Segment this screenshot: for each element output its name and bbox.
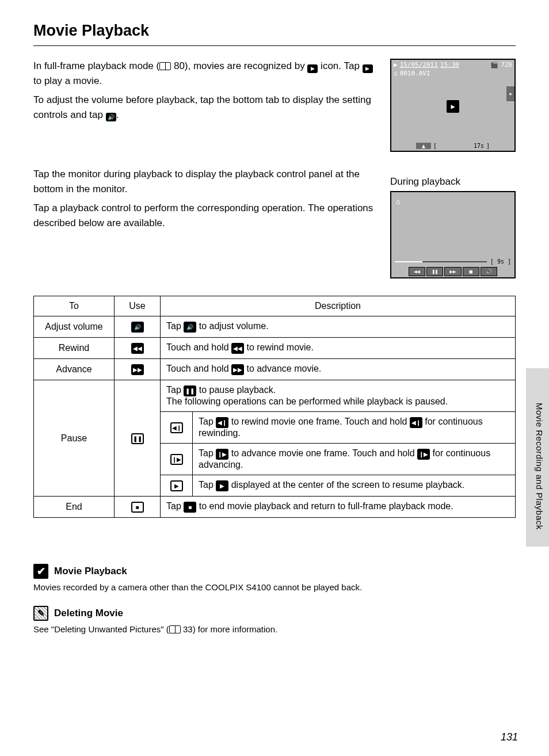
- stop-icon: ■: [131, 502, 144, 513]
- table-row: Adjust volume 🔊 Tap 🔊 to adjust volume.: [34, 316, 516, 338]
- intro-block-2: Tap the monitor during playback to displ…: [33, 167, 516, 278]
- cell-to: Adjust volume: [34, 316, 115, 338]
- stop-icon: ■: [184, 502, 196, 513]
- rewind-btn-icon: ◀◀: [409, 267, 425, 276]
- screen-date: 15/05/2011: [400, 61, 438, 68]
- rewind-icon: ◀◀: [231, 343, 244, 354]
- frame-advance-icon: ❙▶: [170, 454, 183, 465]
- intro-p2b: .: [116, 109, 119, 120]
- intro-text-2: Tap the monitor during playback to displ…: [33, 167, 380, 278]
- advance-icon: ▶▶: [131, 364, 144, 375]
- volume-icon: 🔊: [106, 113, 116, 121]
- notes-section: ✔ Movie Playback Movies recorded by a ca…: [33, 564, 516, 634]
- note-title: Deleting Movie: [54, 608, 123, 619]
- note-heading: ✎ Deleting Movie: [33, 606, 516, 621]
- playback-mode-icon: ▶: [394, 61, 398, 68]
- up-tab-icon: ▲: [416, 143, 431, 149]
- page-title: Movie Playback: [33, 22, 516, 46]
- card-icon: ⌂: [396, 198, 400, 206]
- note-heading: ✔ Movie Playback: [33, 564, 516, 579]
- frame-rewind-icon: ◀❙: [170, 422, 183, 433]
- frame-rewind-icon: ◀❙: [410, 417, 422, 428]
- intro-p1d: to play a movie.: [33, 75, 102, 86]
- table-row: Rewind ◀◀ Touch and hold ◀◀ to rewind mo…: [34, 338, 516, 359]
- play-icon: ▶: [363, 64, 373, 73]
- during-label: During playback: [390, 176, 516, 188]
- screen-1-box: ▶ 15/05/2011 15:30 🎬720 ⌂ 0010.AVI ★ ▶ ▲…: [390, 59, 516, 152]
- th-use: Use: [115, 296, 161, 316]
- note-body: Movies recorded by a camera other than t…: [33, 582, 516, 592]
- screen-file: 0010.AVI: [400, 70, 430, 77]
- intro-block-1: In full-frame playback mode ( 80), movie…: [33, 59, 516, 152]
- book-icon: [159, 62, 171, 70]
- volume-btn-icon: 🔊: [481, 267, 497, 276]
- operations-table: To Use Description Adjust volume 🔊 Tap 🔊…: [33, 296, 516, 518]
- screen-2: ⌂ [9s] ◀◀ ❚❚ ▶▶ ■ 🔊: [390, 191, 516, 278]
- intro-text-1: In full-frame playback mode ( 80), movie…: [33, 59, 380, 152]
- play-icon: ▶: [307, 64, 318, 73]
- note-body: See "Deleting Unwanted Pictures" ( 33) f…: [33, 624, 516, 634]
- advance-icon: ▶▶: [231, 364, 244, 375]
- remaining-time: 9s: [497, 258, 504, 265]
- resolution-icon: 🎬: [490, 61, 498, 68]
- screen-duration: 17s: [474, 143, 484, 149]
- rating-tab: ★: [506, 86, 514, 101]
- card-icon: ⌂: [394, 70, 398, 77]
- cell-to: Advance: [34, 359, 115, 380]
- intro-p2a: To adjust the volume before playback, ta…: [33, 94, 371, 120]
- pause-icon: ❚❚: [184, 385, 196, 396]
- page-number: 131: [501, 731, 518, 743]
- intro-p1a: In full-frame playback mode (: [33, 60, 159, 71]
- cell-to: End: [34, 497, 115, 518]
- frame-rewind-icon: ◀❙: [216, 417, 228, 428]
- frame-advance-icon: ❙▶: [216, 449, 228, 460]
- pause-icon: ❚❚: [131, 433, 144, 444]
- screen-time: 15:30: [440, 61, 459, 68]
- table-row: Pause ❚❚ Tap ❚❚ to pause playback. The f…: [34, 380, 516, 412]
- rewind-icon: ◀◀: [131, 343, 144, 354]
- screen-res: 720: [501, 61, 512, 68]
- th-to: To: [34, 296, 115, 316]
- table-row: Advance ▶▶ Touch and hold ▶▶ to advance …: [34, 359, 516, 380]
- advance-btn-icon: ▶▶: [444, 267, 461, 276]
- screen-2-box: During playback ⌂ [9s] ◀◀ ❚❚ ▶▶ ■ 🔊: [390, 167, 516, 278]
- th-desc: Description: [161, 296, 516, 316]
- frame-advance-icon: ❙▶: [417, 449, 430, 460]
- screen-1: ▶ 15/05/2011 15:30 🎬720 ⌂ 0010.AVI ★ ▶ ▲…: [390, 59, 516, 152]
- book-icon: [169, 625, 181, 633]
- play-icon: ▶: [216, 480, 228, 491]
- mid-p1: Tap the monitor during playback to displ…: [33, 167, 380, 197]
- manual-page: Movie Playback In full-frame playback mo…: [0, 0, 549, 756]
- intro-p1b: 80), movies are recognized by: [174, 60, 307, 71]
- cell-to: Pause: [34, 380, 115, 497]
- pause-btn-icon: ❚❚: [426, 267, 443, 276]
- caution-check-icon: ✔: [33, 564, 48, 579]
- note-title: Movie Playback: [54, 566, 127, 577]
- cell-to: Rewind: [34, 338, 115, 359]
- play-center-icon: ▶: [447, 100, 459, 113]
- table-row: End ■ Tap ■ to end movie playback and re…: [34, 497, 516, 518]
- volume-icon: 🔊: [131, 322, 144, 333]
- progress-bar: [395, 261, 487, 262]
- intro-p1c: icon. Tap: [318, 60, 362, 71]
- chapter-label: Movie Recording and Playback: [535, 403, 544, 530]
- play-icon: ▶: [170, 480, 183, 491]
- stop-btn-icon: ■: [463, 267, 479, 276]
- mid-p2: Tap a playback control to perform the co…: [33, 201, 380, 231]
- volume-icon: 🔊: [184, 322, 196, 333]
- pencil-note-icon: ✎: [33, 606, 48, 621]
